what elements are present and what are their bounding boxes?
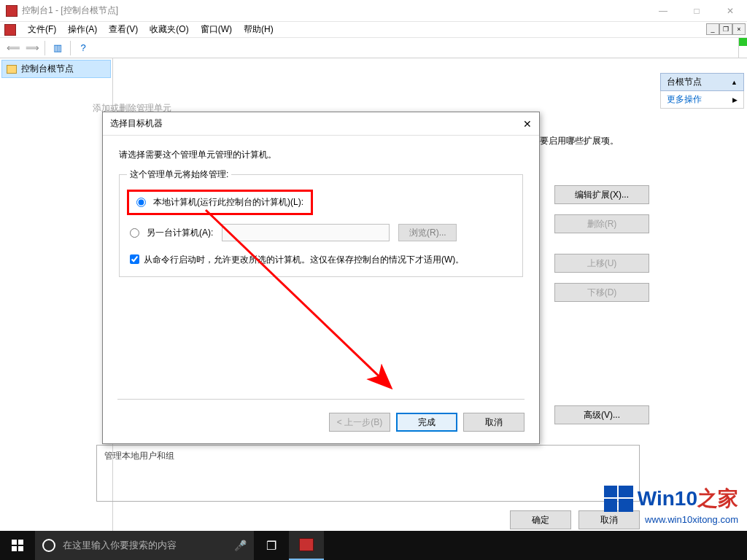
dialog-close-icon[interactable]: ✕	[523, 118, 532, 130]
advanced-button[interactable]: 高级(V)...	[554, 405, 649, 424]
radio-local-label: 本地计算机(运行此控制台的计算机)(L):	[153, 196, 303, 209]
radio-local-computer[interactable]: 本地计算机(运行此控制台的计算机)(L):	[136, 196, 303, 209]
close-button[interactable]: ✕	[713, 0, 747, 22]
menu-view[interactable]: 查看(V)	[104, 22, 142, 37]
allow-change-checkbox[interactable]	[130, 254, 139, 264]
dialog-body: 请选择需要这个管理单元管理的计算机。 这个管理单元将始终管理: 本地计算机(运行…	[103, 136, 539, 292]
description-text: 管理本地用户和组	[104, 451, 174, 461]
actions-header-label: 台根节点	[667, 76, 702, 88]
groupbox-legend: 这个管理单元将始终管理:	[127, 168, 231, 181]
tree-root-item[interactable]: 控制台根节点	[1, 60, 111, 78]
radio-another-label: 另一台计算机(A):	[147, 227, 213, 239]
bg-ok-button[interactable]: 确定	[510, 510, 571, 529]
doc-icon	[4, 24, 16, 36]
microphone-icon[interactable]: 🎤	[234, 540, 247, 551]
watermark-brand1: Win10	[638, 487, 697, 510]
bg-text: 要启用哪些扩展项。	[540, 135, 619, 147]
more-actions[interactable]: 更多操作 ▶	[660, 91, 744, 109]
show-hide-tree-icon[interactable]: ▥	[49, 39, 66, 57]
cortana-icon	[42, 539, 55, 552]
windows-icon	[12, 540, 23, 551]
search-placeholder: 在这里输入你要搜索的内容	[63, 539, 177, 552]
description-box: 管理本地用户和组	[96, 445, 640, 502]
svg-rect-3	[12, 546, 17, 551]
dialog-title: 选择目标机器	[110, 117, 163, 130]
help-icon[interactable]: ?	[74, 39, 92, 57]
collapse-icon[interactable]: ▲	[731, 79, 738, 86]
dialog-footer: < 上一步(B) 完成 取消	[329, 413, 525, 432]
windows-logo-icon	[604, 486, 633, 512]
toolbar-scroll[interactable]	[738, 38, 747, 58]
browse-button[interactable]: 浏览(R)...	[398, 224, 457, 241]
select-target-dialog: 选择目标机器 ✕ 请选择需要这个管理单元管理的计算机。 这个管理单元将始终管理:…	[102, 112, 540, 444]
watermark-url: www.win10xitong.com	[604, 514, 738, 525]
dialog-instruction: 请选择需要这个管理单元管理的计算机。	[119, 149, 523, 161]
radio-local-input[interactable]	[136, 198, 146, 207]
allow-change-checkbox-row[interactable]: 从命令行启动时，允许更改所选的计算机。这仅在保存控制台的情况下才适用(W)。	[130, 253, 512, 266]
maximize-button[interactable]: □	[680, 0, 713, 22]
actions-pane: 台根节点 ▲ 更多操作 ▶	[660, 73, 744, 109]
window-controls: — □ ✕	[646, 0, 747, 22]
bg-dialog-bottom: 管理本地用户和组 确定 取消	[96, 445, 640, 529]
radio-another-computer[interactable]: 另一台计算机(A):	[130, 227, 213, 239]
watermark: Win10之家 www.win10xitong.com	[604, 485, 738, 525]
mdi-minimize[interactable]: _	[706, 23, 719, 35]
main-area: 控制台根节点 添加或删除管理单元 要启用哪些扩展项。 编辑扩展(X)... 删除…	[0, 58, 747, 560]
finish-button[interactable]: 完成	[396, 413, 457, 432]
taskbar: 在这里输入你要搜索的内容 🎤 ❐	[0, 531, 747, 560]
svg-rect-1	[12, 540, 17, 545]
menu-favorites[interactable]: 收藏夹(O)	[145, 22, 193, 37]
menu-help[interactable]: 帮助(H)	[239, 22, 278, 37]
menu-window[interactable]: 窗口(W)	[196, 22, 236, 37]
chevron-right-icon: ▶	[732, 96, 738, 104]
taskbar-app-mmc[interactable]	[289, 531, 324, 560]
back-button[interactable]: < 上一步(B)	[329, 413, 390, 432]
forward-icon[interactable]: ⟹	[23, 39, 41, 57]
start-button[interactable]	[0, 531, 35, 560]
mdi-controls: _ ❐ ×	[706, 23, 746, 35]
separator	[70, 41, 71, 55]
menu-bar: 文件(F) 操作(A) 查看(V) 收藏夹(O) 窗口(W) 帮助(H) _ ❐…	[0, 22, 747, 38]
dialog-separator	[117, 399, 525, 400]
mdi-restore[interactable]: ❐	[719, 23, 732, 35]
separator	[44, 41, 45, 55]
cancel-button[interactable]: 取消	[463, 413, 525, 432]
dialog-titlebar: 选择目标机器 ✕	[103, 112, 539, 136]
computer-name-input[interactable]	[222, 224, 390, 241]
allow-change-label: 从命令行启动时，允许更改所选的计算机。这仅在保存控制台的情况下才适用(W)。	[144, 253, 464, 266]
annotation-highlight: 本地计算机(运行此控制台的计算机)(L):	[127, 190, 313, 215]
tree-root-label: 控制台根节点	[21, 63, 74, 75]
actions-header: 台根节点 ▲	[660, 73, 744, 91]
menu-file[interactable]: 文件(F)	[23, 22, 61, 37]
watermark-logo: Win10之家	[604, 485, 738, 513]
mdi-close[interactable]: ×	[732, 23, 746, 35]
management-groupbox: 这个管理单元将始终管理: 本地计算机(运行此控制台的计算机)(L): 另一台计算…	[119, 174, 523, 277]
edit-extensions-button[interactable]: 编辑扩展(X)...	[554, 185, 649, 204]
menu-action[interactable]: 操作(A)	[63, 22, 101, 37]
move-up-button[interactable]: 上移(U)	[554, 254, 649, 273]
more-actions-label: 更多操作	[667, 93, 702, 106]
svg-rect-2	[18, 540, 23, 545]
back-icon[interactable]: ⟸	[4, 39, 22, 57]
delete-button[interactable]: 删除(R)	[554, 214, 649, 233]
window-titlebar: 控制台1 - [控制台根节点] — □ ✕	[0, 0, 747, 22]
radio-another-row: 另一台计算机(A): 浏览(R)...	[130, 224, 512, 241]
watermark-brand2: 之家	[697, 487, 738, 510]
task-view-button[interactable]: ❐	[254, 531, 289, 560]
svg-rect-4	[18, 546, 23, 551]
folder-icon	[7, 65, 17, 74]
minimize-button[interactable]: —	[646, 0, 680, 22]
radio-another-input[interactable]	[130, 228, 139, 238]
app-icon	[6, 5, 18, 17]
taskbar-search[interactable]: 在这里输入你要搜索的内容 🎤	[35, 531, 254, 560]
toolbar: ⟸ ⟹ ▥ ?	[0, 38, 747, 58]
window-title: 控制台1 - [控制台根节点]	[22, 4, 118, 17]
move-down-button[interactable]: 下移(D)	[554, 283, 649, 302]
mmc-icon	[299, 538, 314, 551]
